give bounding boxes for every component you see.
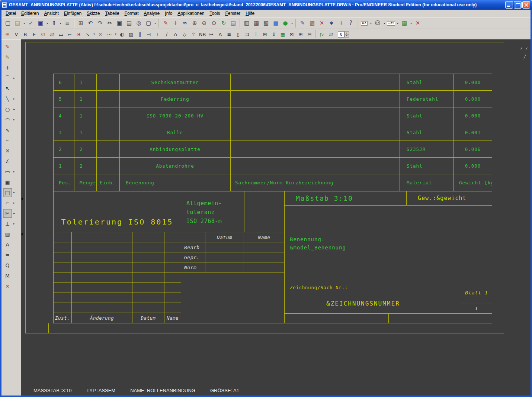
align-left-icon[interactable]: ⊣ (145, 30, 153, 38)
show-dim-names-icon[interactable]: E (30, 30, 38, 38)
swap-icon[interactable]: ⇄ (327, 30, 335, 38)
revision-cell[interactable] (164, 283, 181, 293)
slash-icon[interactable]: ∕ (163, 30, 171, 38)
align-text-icon[interactable]: ≡ (225, 30, 233, 38)
use-edge-icon-flyout[interactable]: ► (13, 191, 15, 194)
menu-hilfe[interactable]: Hilfe (243, 10, 257, 17)
bom-header-gewicht[interactable]: Gewicht [kg] (454, 174, 492, 191)
revision-cell[interactable] (164, 272, 181, 283)
wireframe-icon[interactable]: ▥ (242, 19, 251, 28)
home-view-icon[interactable]: ⌂ (172, 30, 180, 38)
bom-cell-einh[interactable] (97, 124, 120, 141)
menu-einfügen[interactable]: Einfügen (61, 10, 84, 17)
tolerierung-cell[interactable]: Tolerierung ISO 8015 (53, 191, 181, 232)
bom-header-material[interactable]: Material (400, 174, 454, 191)
rectangle-icon-flyout[interactable]: ► (13, 171, 15, 173)
update-tables-icon[interactable]: ▦ (400, 19, 409, 28)
bom-cell-gewicht[interactable]: 0.000 (454, 74, 492, 91)
bom-cell-material[interactable]: Federstahl (400, 91, 454, 107)
show-balloons-icon[interactable]: B (21, 30, 29, 38)
sash-arrow-icon[interactable] (21, 233, 23, 236)
table-delete-icon[interactable]: ⊠ (288, 30, 296, 38)
bom-cell-menge[interactable]: 1 (74, 124, 97, 141)
sash-arrow-icon[interactable] (21, 197, 23, 200)
menu-applikationen[interactable]: Applikationen (175, 10, 207, 17)
draft-entity-icon[interactable]: ✎ (161, 19, 170, 28)
text-style-icon[interactable]: A (216, 30, 224, 38)
bom-cell-pos[interactable]: 6 (54, 74, 74, 91)
undo-icon[interactable]: ↶ (86, 19, 95, 28)
bom-cell-benennung[interactable]: Rolle (120, 124, 231, 141)
menu-tools[interactable]: Tools (207, 10, 222, 17)
zoom-out-icon[interactable]: ⊖ (200, 19, 209, 28)
bom-cell-gewicht[interactable]: 0.006 (454, 141, 492, 158)
perpendicular-icon-flyout[interactable]: ► (13, 223, 15, 225)
revision-cell[interactable] (54, 252, 72, 262)
menu-ansicht[interactable]: Ansicht (41, 10, 61, 17)
sketcher-icon[interactable]: ✎ (298, 19, 307, 28)
balloon-style-icon[interactable]: B (75, 30, 83, 38)
revision-cell[interactable] (164, 242, 181, 252)
revision-cell[interactable] (132, 303, 164, 313)
hatch-icon[interactable]: ▨ (127, 30, 135, 38)
bom-cell-einh[interactable] (97, 158, 120, 174)
tolerance-icon[interactable]: ±.01 (387, 19, 395, 28)
revision-cell[interactable] (164, 303, 181, 313)
massstab-cell[interactable]: Maßstab 3:10 (284, 191, 407, 206)
minimize-button-icon[interactable] (505, 1, 513, 9)
update-tables-icon-dropdown[interactable]: ▾ (409, 19, 413, 28)
menu-format[interactable]: Format (122, 10, 141, 17)
menu-fenster[interactable]: Fenster (222, 10, 243, 17)
more-options-icon[interactable]: ⋯ (105, 30, 113, 38)
bom-cell-benennung[interactable]: ISO 7090-20-200 HV (120, 107, 231, 124)
rectangle-icon[interactable]: ▭ (3, 167, 12, 176)
revision-cell[interactable] (132, 252, 164, 262)
revision-cell[interactable] (54, 242, 72, 252)
table-add-icon[interactable]: ⊞ (297, 30, 305, 38)
detail-bounds-icon[interactable]: ⌐ (66, 30, 74, 38)
cross-mark-icon[interactable]: + (3, 63, 12, 72)
bom-cell-menge[interactable]: 1 (74, 91, 97, 107)
bom-cell-gewicht[interactable]: 0.000 (454, 158, 492, 174)
zoom-fit-icon[interactable]: ⊙ (209, 19, 218, 28)
bom-cell-menge[interactable]: 2 (74, 158, 97, 174)
empty-cell[interactable] (244, 191, 285, 232)
arrow-style-icon[interactable]: ↘ (84, 30, 92, 38)
revision-cell[interactable] (132, 262, 164, 272)
new-sheet-icon[interactable]: ▯ (234, 30, 242, 38)
line-icon[interactable]: ╲ (3, 94, 12, 103)
nudge-value-spinner[interactable]: 0▲▼ (338, 31, 349, 38)
save-copy-icon[interactable]: ⇑ (49, 19, 58, 28)
context-help-icon[interactable]: ? (346, 19, 355, 28)
nb-icon[interactable]: NB (198, 30, 206, 38)
bom-cell-einh[interactable] (97, 107, 120, 124)
measure-icon[interactable]: M (3, 271, 12, 280)
revision-label[interactable]: Datum (132, 313, 164, 323)
dim-clip-icon[interactable]: ▭ (57, 30, 65, 38)
revision-cell[interactable] (132, 283, 164, 293)
menu-datei[interactable]: Datei (3, 10, 19, 17)
bom-cell-einh[interactable] (97, 91, 120, 107)
revision-cell[interactable] (132, 293, 164, 303)
bom-cell-material[interactable]: S235JR (400, 141, 454, 158)
layers-icon[interactable]: ▤ (229, 19, 238, 28)
revision-label[interactable]: Zust. (54, 313, 72, 323)
revision-cell[interactable] (72, 293, 132, 303)
spin-globe-icon[interactable]: ● (281, 19, 290, 28)
save-icon[interactable]: ▣ (36, 19, 45, 28)
flip-arrows-icon[interactable]: ⇄ (48, 30, 56, 38)
offset-edge-icon[interactable]: ⌐ (3, 198, 12, 207)
bom-cell-pos[interactable]: 3 (54, 124, 74, 141)
bom-cell-menge[interactable]: 1 (74, 74, 97, 91)
spinner-down-icon[interactable]: ▼ (344, 34, 349, 38)
spin-globe-icon-dropdown[interactable]: ▾ (290, 19, 294, 28)
move-down-icon[interactable]: ⇓ (270, 30, 278, 38)
arrow-style-icon-dropdown[interactable]: ▾ (92, 30, 96, 39)
dim-display-icon-dropdown[interactable]: ▾ (369, 19, 373, 28)
text-tool-icon[interactable]: A (3, 240, 12, 249)
bom-cell-einh[interactable] (97, 141, 120, 158)
signature-cell[interactable] (244, 262, 284, 272)
select-box-icon-dropdown[interactable]: ▾ (153, 19, 157, 28)
perpendicular-icon[interactable]: ⊥ (3, 219, 12, 228)
arc-icon-flyout[interactable]: ► (13, 119, 15, 121)
